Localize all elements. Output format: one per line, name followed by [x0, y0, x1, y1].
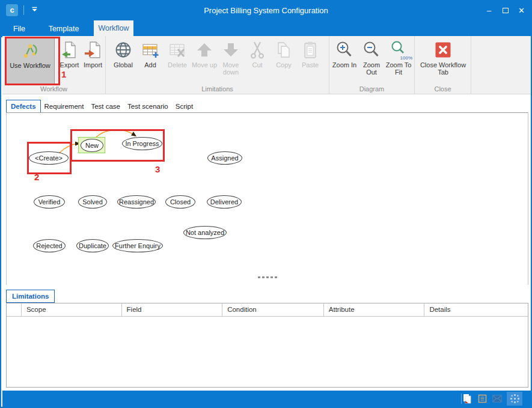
export-icon [60, 39, 80, 61]
scissors-icon [247, 39, 268, 61]
state-node-verified[interactable]: Verified [34, 195, 65, 209]
state-node-solved[interactable]: Solved [78, 195, 107, 209]
state-node-assigned[interactable]: Assigned [207, 151, 242, 165]
annotation-box-2 [27, 142, 72, 174]
paste-icon [300, 39, 320, 61]
ribbon-tab-strip: File Template Workflow [1, 20, 531, 37]
workflow-diagram-canvas[interactable]: <Create> New In Progress Assigned Verifi… [6, 112, 528, 285]
group-label-diagram: Diagram [329, 85, 414, 93]
export-label: Export [60, 61, 79, 69]
move-up-label: Move up [192, 61, 217, 69]
ribbon-group-diagram: Zoom In Zoom Out 1 [329, 36, 415, 94]
global-label: Global [114, 61, 133, 69]
close-x-icon [433, 39, 453, 61]
global-button[interactable]: Global [109, 37, 137, 69]
annotation-box-3 [70, 129, 165, 162]
state-node-duplicate[interactable]: Duplicate [76, 239, 109, 252]
maximize-icon [503, 8, 509, 13]
state-node-rejected[interactable]: Rejected [33, 239, 66, 252]
column-header-scope[interactable]: Scope [22, 303, 122, 316]
globe-icon [113, 39, 133, 61]
ribbon-group-close: Close Workflow Tab Close [415, 36, 471, 94]
group-label-limitations: Limitations [106, 85, 329, 93]
close-workflow-tab-button[interactable]: Close Workflow Tab [416, 37, 470, 76]
column-header-details[interactable]: Details [424, 303, 528, 316]
report-pages-icon[interactable] [462, 394, 472, 404]
tab-requirement[interactable]: Requirement [41, 100, 88, 112]
arrow-down-icon [221, 39, 241, 61]
window-title: Project Billing System Configuration [1, 1, 531, 20]
zoom-out-label: Zoom Out [358, 61, 385, 76]
zoom-to-fit-label: Zoom To Fit [385, 61, 412, 76]
add-label: Add [144, 61, 156, 69]
limitations-table[interactable]: Scope Field Condition Attribute Details [6, 303, 528, 388]
grid-form-icon[interactable] [477, 394, 488, 404]
import-label: Import [84, 61, 102, 69]
column-header-field[interactable]: Field [122, 303, 223, 316]
ribbon: Use Workflow Export [2, 36, 531, 94]
zoom-out-button[interactable]: Zoom Out [358, 37, 385, 76]
add-table-icon [140, 39, 161, 61]
tab-limitations[interactable]: Limitations [6, 290, 55, 303]
move-down-label: Move down [218, 61, 244, 76]
minimize-button[interactable]: – [481, 1, 497, 20]
import-icon [83, 39, 103, 61]
limitations-table-header: Scope Field Condition Attribute Details [7, 303, 528, 317]
annotation-box-1 [5, 37, 60, 85]
state-node-reassigned[interactable]: Reassigned [117, 195, 156, 209]
zoom-percent-badge: 100% [400, 55, 412, 61]
copy-button[interactable]: Copy [271, 37, 297, 69]
close-button[interactable]: ✕ [513, 1, 530, 20]
paste-label: Paste [302, 61, 319, 69]
delete-table-icon [167, 39, 188, 61]
tab-defects[interactable]: Defects [6, 100, 41, 112]
delete-button[interactable]: Delete [164, 37, 191, 69]
zoom-to-fit-button[interactable]: 100% Zoom To Fit [385, 37, 412, 76]
cut-button[interactable]: Cut [244, 37, 271, 69]
tab-workflow[interactable]: Workflow [94, 20, 133, 37]
zoom-in-label: Zoom In [332, 61, 356, 69]
group-label-workflow: Workflow [2, 85, 105, 93]
tab-file[interactable]: File [1, 21, 37, 37]
state-node-not-analyzed[interactable]: Not analyzed [183, 226, 227, 239]
state-node-closed[interactable]: Closed [165, 195, 195, 209]
import-button[interactable]: Import [81, 37, 105, 69]
tab-script[interactable]: Script [172, 100, 197, 112]
diagram-view-icon[interactable] [507, 392, 522, 406]
maximize-button[interactable] [497, 1, 513, 20]
group-label-close: Close [415, 85, 471, 93]
zoom-in-button[interactable]: Zoom In [331, 37, 358, 69]
zoom-out-icon [361, 39, 382, 61]
status-bar [2, 391, 531, 407]
move-up-button[interactable]: Move up [191, 37, 218, 69]
row-selector-column-header [7, 303, 22, 316]
tab-template[interactable]: Template [42, 21, 85, 37]
cut-label: Cut [252, 61, 262, 69]
arrow-up-icon [194, 39, 215, 61]
tab-test-scenario[interactable]: Test scenario [124, 100, 172, 112]
add-button[interactable]: Add [137, 37, 164, 69]
state-node-delivered[interactable]: Delivered [207, 195, 242, 209]
state-node-further-enquiry[interactable]: Further Enquiry [112, 239, 163, 252]
annotation-number-1: 1 [61, 69, 66, 79]
tab-test-case[interactable]: Test case [87, 100, 124, 112]
annotation-number-2: 2 [34, 172, 39, 182]
app-window: c Project Billing System Configuration –… [0, 0, 532, 408]
entity-tab-strip: Defects Requirement Test case Test scena… [6, 98, 197, 112]
column-header-condition[interactable]: Condition [222, 303, 324, 316]
column-header-attribute[interactable]: Attribute [324, 303, 425, 316]
zoom-to-fit-icon: 100% [388, 39, 409, 61]
copy-label: Copy [276, 61, 292, 69]
title-bar: c Project Billing System Configuration –… [1, 1, 531, 20]
move-down-button[interactable]: Move down [218, 37, 244, 76]
export-button[interactable]: Export [58, 37, 81, 69]
zoom-in-icon [334, 39, 355, 61]
ribbon-group-limitations: Global Add [106, 36, 329, 94]
close-workflow-tab-label: Close Workflow Tab [416, 61, 470, 76]
delete-label: Delete [168, 61, 187, 69]
annotation-number-3: 3 [155, 164, 160, 174]
mail-icon[interactable] [492, 394, 503, 404]
paste-button[interactable]: Paste [297, 37, 323, 69]
copy-icon [274, 39, 294, 61]
